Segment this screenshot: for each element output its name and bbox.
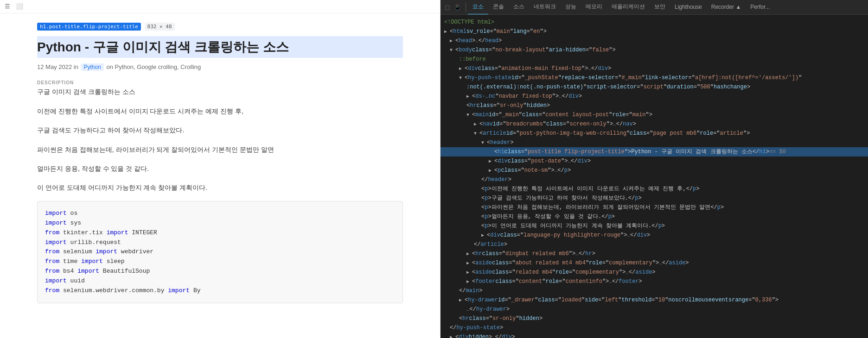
body-para-5: 이 언어로 도대체 어디까지 가능한지 계속 찾아볼 계획이다. — [37, 182, 403, 194]
code-line-1: import os — [45, 209, 395, 219]
post-meta: 12 May 2022 in Python on Python, Google … — [37, 63, 403, 71]
description-label: DESCRIPTION — [37, 80, 403, 85]
body-para-3: 파이썬은 처음 접해보는데, 라이브러리가 되게 잘되어있어서 기본적인 문법만… — [37, 144, 403, 156]
dom-line[interactable]: ▶<div hidden>…</div> — [440, 332, 868, 338]
code-line-4: import urllib.request — [45, 238, 395, 248]
dom-line[interactable]: ::before — [440, 55, 868, 64]
element-info: h1.post-title.flip-project-title 832 × 4… — [37, 23, 403, 32]
code-line-9: from selenium.webdriver.common.by import… — [45, 286, 395, 296]
dom-panel[interactable]: <!DOCTYPE html> ▶<html sv_role="main" la… — [440, 15, 868, 338]
dom-line[interactable]: ▶<ds-…nc" navbar fixed-top">…</div> — [440, 92, 868, 101]
dom-line[interactable]: ▶<div class="animation-main fixed-top">…… — [440, 64, 868, 73]
dom-line[interactable]: ▶<footer class="content" role="contentin… — [440, 277, 868, 286]
device-icon[interactable]: 📱 — [453, 3, 462, 12]
tab-performance[interactable]: 성능 — [561, 0, 581, 15]
dom-line[interactable]: ▶<aside class="about related mt4 mb4" ro… — [440, 258, 868, 268]
dom-line[interactable]: </hy-push-state> — [440, 323, 868, 332]
content-area: h1.post-title.flip-project-title 832 × 4… — [0, 13, 440, 322]
dom-line[interactable]: <hr class="sr-only" hidden> — [440, 101, 868, 110]
toolbar: ☰ ⬜ — [0, 0, 440, 13]
element-size: 832 × 48 — [145, 23, 175, 31]
description-text: 구글 이미지 검색 크롤링하는 소스 — [37, 88, 403, 96]
dom-line[interactable]: <p>이전에 진행한 특정 사이트에서 이미지 다운로드 시켜주는 예제 진행 … — [440, 184, 868, 194]
dom-line[interactable]: </article> — [440, 240, 868, 249]
dom-line[interactable]: <p>이 언어로 도대체 어디까지 가능한지 계속 찾아볼 계획이다.</p> — [440, 221, 868, 231]
dom-line[interactable]: ▶<hy-drawer id="_drawer" class="loaded" … — [440, 295, 868, 305]
devtools-tabs: ⬚ 📱 요소 콘솔 소스 네트워크 성능 메모리 애플리케이션 보안 Light… — [440, 0, 868, 15]
code-line-8: import uuid — [45, 276, 395, 286]
element-label: h1.post-title.flip-project-title — [37, 23, 141, 31]
dom-line-highlighted[interactable]: <h1 class="post-title flip-project-title… — [440, 147, 868, 156]
tab-application[interactable]: 애플리케이션 — [607, 0, 650, 15]
dom-line[interactable]: ▼<header> — [440, 138, 868, 147]
dom-line[interactable]: ▶<aside class="related mb4" role="comple… — [440, 268, 868, 277]
tab-security[interactable]: 보안 — [650, 0, 670, 15]
code-block: import os import sys from tkinter.tix im… — [37, 201, 403, 303]
dom-line[interactable]: ▼<article id="post-python-img-tag-web-cr… — [440, 129, 868, 138]
dom-line[interactable]: </main> — [440, 286, 868, 295]
post-tag: Python — [81, 63, 104, 71]
tab-elements[interactable]: 요소 — [468, 0, 488, 15]
dom-line[interactable]: </header> — [440, 175, 868, 184]
tab-console[interactable]: 콘솔 — [488, 0, 509, 15]
inspect-icon[interactable]: ⬚ — [442, 3, 452, 12]
code-line-2: import sys — [45, 219, 395, 228]
dom-line[interactable]: ▼<hy-push-state id="_pushState" replace-… — [440, 73, 868, 82]
dom-line[interactable]: ▶<head>…</head> — [440, 36, 868, 45]
webpage-preview: ☰ ⬜ h1.post-title.flip-project-title 832… — [0, 0, 440, 338]
code-line-3: from tkinter.tix import INTEGER — [45, 228, 395, 238]
devtools-panel: ⬚ 📱 요소 콘솔 소스 네트워크 성능 메모리 애플리케이션 보안 Light… — [440, 0, 868, 338]
dom-line[interactable]: ▼<body class="no-break-layout" aria-hidd… — [440, 45, 868, 55]
dom-line[interactable]: :not(.external):not(.no-push-state)" scr… — [440, 82, 868, 92]
dom-line[interactable]: ▶<div class="post-date">…</div> — [440, 156, 868, 166]
tab-network[interactable]: 네트워크 — [529, 0, 561, 15]
dom-line[interactable]: <p>파이썬은 처음 접해보는데, 라이브러리가 되게 잘되어있어서 기본적인 … — [440, 203, 868, 212]
body-para-4: 얼마든지 응용, 작성할 수 있을 것 같다. — [37, 163, 403, 175]
code-line-6: from time import sleep — [45, 257, 395, 267]
dom-line[interactable]: ▼<main id="_main" class="content layout-… — [440, 110, 868, 119]
page-icon[interactable]: ⬜ — [16, 3, 23, 10]
dom-line[interactable]: <p>구글 검색도 가능하다고 하여 찾아서 작성해보았다.</p> — [440, 194, 868, 203]
dom-line[interactable]: …</hy-drawer> — [440, 305, 868, 314]
body-para-2: 구글 검색도 가능하다고 하여 찾아서 작성해보았다. — [37, 125, 403, 136]
tab-sources[interactable]: 소스 — [509, 0, 529, 15]
body-para-1: 이전에 진행한 특정 사이트에서 이미지 다운로드 시켜주는 예제 진행 후, — [37, 106, 403, 117]
code-line-5: from selenium import webdriver — [45, 247, 395, 257]
dom-line[interactable]: <!DOCTYPE html> — [440, 18, 868, 27]
hamburger-icon[interactable]: ☰ — [5, 3, 12, 10]
dom-line[interactable]: <hr class="sr-only" hidden> — [440, 314, 868, 323]
devtools-tab-icons: ⬚ 📱 — [442, 3, 466, 12]
page-title: Python - 구글 이미지 검색 크롤링하는 소스 — [37, 36, 403, 58]
dom-line[interactable]: ▶<nav id="breadcrumbs" class="screen-onl… — [440, 119, 868, 129]
tab-perf-insights[interactable]: Perfor... — [746, 0, 774, 15]
dom-line[interactable]: ▶<div class="language-py highlighter-rou… — [440, 231, 868, 240]
code-line-7: from bs4 import BeautifulSoup — [45, 267, 395, 276]
tab-recorder[interactable]: Recorder ▲ — [707, 0, 746, 15]
tab-lighthouse[interactable]: Lighthouse — [670, 0, 707, 15]
post-meta-rest: on Python, Google crolling, Crolling — [107, 63, 201, 70]
post-body: 이전에 진행한 특정 사이트에서 이미지 다운로드 시켜주는 예제 진행 후, … — [37, 106, 403, 194]
tab-memory[interactable]: 메모리 — [581, 0, 607, 15]
dom-line[interactable]: ▶<p class="note-sm">…</p> — [440, 166, 868, 175]
dom-line[interactable]: ▶<hr class="dingbat related mb6">…</hr> — [440, 249, 868, 258]
post-date: 12 May 2022 in — [37, 63, 78, 70]
dom-line[interactable]: ▶<html sv_role="main" lang="en"> — [440, 27, 868, 36]
dom-line[interactable]: <p>얼마든지 응용, 작성할 수 있을 것 같다.</p> — [440, 212, 868, 221]
